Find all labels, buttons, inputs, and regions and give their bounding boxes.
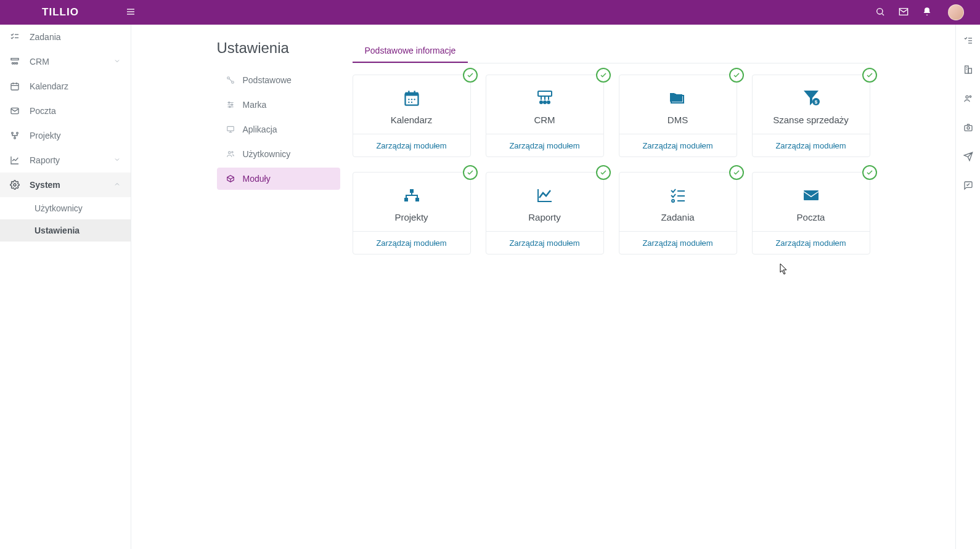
tabs: Podstawowe informacje xyxy=(353,39,870,63)
mail-icon[interactable] xyxy=(899,7,909,18)
manage-module-link[interactable]: Zarządzaj modułem xyxy=(509,141,579,150)
sidebar-item-kalendarz[interactable]: Kalendarz xyxy=(0,74,131,99)
sidebar-sub-ustawienia[interactable]: Ustawienia xyxy=(0,219,131,242)
svg-point-69 xyxy=(967,127,970,129)
manage-module-link[interactable]: Zarządzaj modułem xyxy=(642,141,713,150)
svg-rect-52 xyxy=(404,198,408,201)
sidebar-item-crm[interactable]: CRM xyxy=(0,49,131,74)
building-icon[interactable] xyxy=(963,65,973,76)
check-badge-icon xyxy=(729,165,744,180)
settings-nav-moduly[interactable]: Moduły xyxy=(217,168,340,190)
app-header: TILLIO xyxy=(0,0,980,25)
manage-module-link[interactable]: Zarządzaj modułem xyxy=(376,141,446,150)
menu-toggle-icon[interactable] xyxy=(121,7,141,18)
manage-module-link[interactable]: Zarządzaj modułem xyxy=(775,238,846,248)
sidebar-item-poczta[interactable]: Poczta xyxy=(0,99,131,123)
checklist-icon[interactable] xyxy=(963,36,973,47)
sidebar-item-zadania[interactable]: Zadania xyxy=(0,25,131,49)
svg-rect-63 xyxy=(968,68,971,73)
bell-icon[interactable] xyxy=(922,7,932,18)
link-icon xyxy=(226,76,235,84)
svg-point-38 xyxy=(410,99,412,100)
modules-grid: KalendarzZarządzaj modułemCRMZarządzaj m… xyxy=(353,75,870,254)
svg-point-26 xyxy=(231,104,232,105)
svg-point-27 xyxy=(229,106,230,107)
check-badge-icon xyxy=(862,68,877,83)
svg-rect-42 xyxy=(538,91,552,96)
tasks-icon xyxy=(626,186,730,205)
tab-label: Podstawowe informacje xyxy=(365,46,456,55)
search-icon[interactable] xyxy=(875,7,885,18)
sidebar-sub-uzytkownicy[interactable]: Użytkownicy xyxy=(0,197,131,219)
svg-point-9 xyxy=(14,62,16,64)
settings-nav-marka[interactable]: Marka xyxy=(217,94,340,116)
send-icon[interactable] xyxy=(963,152,973,163)
svg-rect-58 xyxy=(804,190,819,200)
box-icon xyxy=(226,174,235,183)
svg-point-17 xyxy=(17,132,18,134)
app-logo[interactable]: TILLIO xyxy=(42,6,79,18)
svg-point-41 xyxy=(410,102,412,103)
settings-nav-label: Użytkownicy xyxy=(243,149,291,159)
calendar-icon xyxy=(359,89,464,107)
svg-point-45 xyxy=(547,100,550,104)
module-card-dms: DMSZarządzaj modułem xyxy=(619,75,737,157)
mail-icon xyxy=(10,106,20,116)
svg-rect-68 xyxy=(965,126,972,131)
check-badge-icon xyxy=(463,165,478,180)
svg-rect-11 xyxy=(11,83,18,90)
svg-rect-53 xyxy=(415,198,419,201)
sidebar-item-system[interactable]: System xyxy=(0,173,131,197)
chevron-down-icon xyxy=(113,155,121,165)
module-name: Projekty xyxy=(359,212,464,222)
svg-point-19 xyxy=(14,184,16,186)
svg-point-21 xyxy=(231,81,234,84)
monitor-icon xyxy=(226,125,235,134)
calendar-icon xyxy=(10,81,20,91)
funnel-icon: $ xyxy=(759,89,864,107)
svg-text:$: $ xyxy=(814,99,817,105)
module-card-poczta: PocztaZarządzaj modułem xyxy=(752,172,870,254)
dms-icon xyxy=(626,89,730,107)
module-name: DMS xyxy=(626,115,730,125)
page-title: Ustawienia xyxy=(217,39,340,57)
svg-rect-34 xyxy=(405,92,418,96)
svg-point-32 xyxy=(231,152,232,153)
manage-module-link[interactable]: Zarządzaj modułem xyxy=(376,238,446,248)
settings-nav-aplikacja[interactable]: Aplikacja xyxy=(217,118,340,140)
projects-icon xyxy=(10,131,20,140)
check-badge-icon xyxy=(729,68,744,83)
camera-icon[interactable] xyxy=(963,123,973,134)
sidebar-item-projekty[interactable]: Projekty xyxy=(0,123,131,148)
module-name: CRM xyxy=(492,115,597,125)
settings-nav-label: Podstawowe xyxy=(243,75,292,85)
user-avatar[interactable] xyxy=(948,4,964,20)
chat-icon[interactable] xyxy=(963,181,973,192)
svg-point-43 xyxy=(539,100,543,104)
svg-point-31 xyxy=(228,152,231,154)
tab-podstawowe-informacje[interactable]: Podstawowe informacje xyxy=(353,39,468,63)
sliders-icon xyxy=(226,100,235,109)
manage-module-link[interactable]: Zarządzaj modułem xyxy=(509,238,579,248)
mail-icon xyxy=(759,186,864,205)
settings-nav-uzytkownicy[interactable]: Użytkownicy xyxy=(217,143,340,165)
module-card-raporty: RaportyZarządzaj modułem xyxy=(486,172,604,254)
sidebar-item-label: Projekty xyxy=(30,131,121,140)
crm-icon xyxy=(10,57,20,67)
manage-module-link[interactable]: Zarządzaj modułem xyxy=(642,238,713,248)
checklist-icon xyxy=(10,32,20,42)
svg-rect-7 xyxy=(11,59,18,60)
chevron-down-icon xyxy=(113,57,121,67)
module-card-zadania: ZadaniaZarządzaj modułem xyxy=(619,172,737,254)
sidebar-item-raporty[interactable]: Raporty xyxy=(0,148,131,173)
svg-point-37 xyxy=(408,99,409,100)
layout: Zadania CRM Kalendarz Poczta Projekty Ra… xyxy=(0,25,980,549)
sidebar-item-label: Raporty xyxy=(30,155,104,165)
manage-module-link[interactable]: Zarządzaj modułem xyxy=(775,141,846,150)
right-rail xyxy=(955,25,980,549)
users-icon[interactable] xyxy=(963,94,973,105)
settings-nav-label: Marka xyxy=(243,100,267,110)
settings-nav-podstawowe[interactable]: Podstawowe xyxy=(217,69,340,91)
svg-point-56 xyxy=(672,200,674,202)
module-card-szanse-sprzedaży: $Szanse sprzedażyZarządzaj modułem xyxy=(752,75,870,157)
